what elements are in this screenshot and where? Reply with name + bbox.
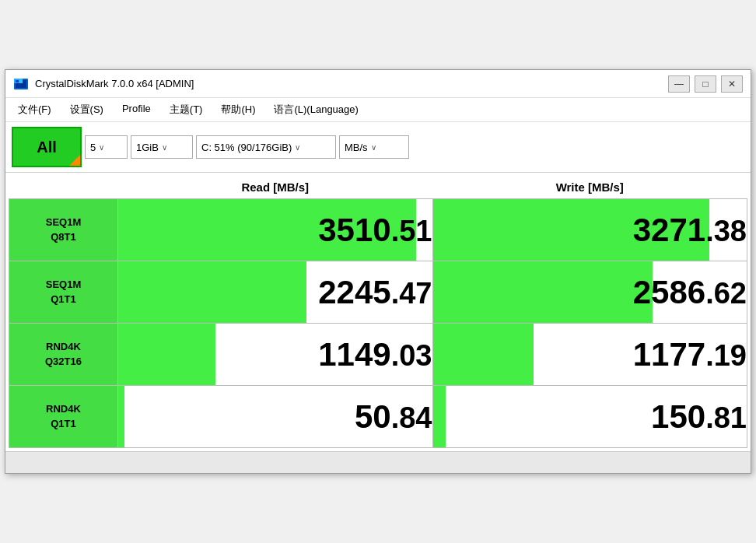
read-value-0: 3510.51	[318, 212, 432, 248]
row-write-3: 150.81	[432, 386, 747, 448]
minimize-button[interactable]: —	[668, 75, 690, 93]
menu-bar: 文件(F) 设置(S) Profile 主题(T) 帮助(H) 语言(L)(La…	[5, 98, 751, 122]
read-value-1: 2245.47	[318, 274, 432, 310]
write-bar-2	[433, 324, 534, 385]
write-bar-3	[433, 386, 446, 447]
title-bar-left: CrystalDiskMark 7.0.0 x64 [ADMIN]	[13, 76, 194, 92]
row-label-1: SEQ1MQ1T1	[9, 261, 118, 324]
row-read-2: 1149.03	[118, 324, 433, 386]
row-label-3: RND4KQ1T1	[9, 386, 118, 448]
read-bar-3	[118, 386, 124, 447]
count-dropdown[interactable]: 5 ∨	[85, 135, 128, 159]
unit-dropdown[interactable]: MB/s ∨	[339, 135, 409, 159]
table-row: SEQ1MQ8T1 3510.51 3271.38	[9, 199, 747, 261]
svg-rect-3	[16, 80, 19, 82]
count-value: 5	[90, 142, 96, 153]
drive-value: C: 51% (90/176GiB)	[201, 142, 292, 153]
menu-file[interactable]: 文件(F)	[9, 100, 61, 120]
all-button[interactable]: All	[12, 127, 82, 167]
drive-chevron: ∨	[295, 143, 300, 152]
table-row: RND4KQ32T16 1149.03 1177.19	[9, 324, 747, 386]
row-write-0: 3271.38	[432, 199, 747, 261]
size-value: 1GiB	[136, 142, 159, 153]
size-chevron: ∨	[162, 143, 167, 152]
size-dropdown[interactable]: 1GiB ∨	[131, 135, 193, 159]
write-value-2: 1177.19	[633, 336, 747, 373]
table-row: RND4KQ1T1 50.84 150.81	[9, 386, 747, 448]
read-value-2: 1149.03	[318, 336, 432, 373]
svg-rect-4	[19, 79, 23, 83]
row-read-0: 3510.51	[118, 199, 433, 261]
toolbar: All 5 ∨ 1GiB ∨ C: 51% (90/176GiB) ∨ MB/s…	[5, 122, 751, 173]
row-label-2: RND4KQ32T16	[9, 324, 118, 386]
row-write-2: 1177.19	[432, 324, 747, 386]
unit-chevron: ∨	[371, 143, 376, 152]
table-row: SEQ1MQ1T1 2245.47 2586.62	[9, 261, 747, 324]
write-value-1: 2586.62	[633, 274, 747, 310]
main-content: Read [MB/s] Write [MB/s] SEQ1MQ8T1 3510.…	[5, 173, 751, 451]
status-bar	[5, 451, 751, 473]
menu-language[interactable]: 语言(L)(Language)	[264, 100, 367, 120]
app-window: CrystalDiskMark 7.0.0 x64 [ADMIN] — □ ✕ …	[5, 69, 751, 474]
menu-profile[interactable]: Profile	[113, 100, 160, 120]
col-header-write: Write [MB/s]	[432, 176, 747, 199]
menu-theme[interactable]: 主题(T)	[160, 100, 212, 120]
read-value-3: 50.84	[355, 398, 432, 435]
maximize-button[interactable]: □	[695, 75, 716, 93]
window-title: CrystalDiskMark 7.0.0 x64 [ADMIN]	[35, 78, 194, 89]
row-label-0: SEQ1MQ8T1	[9, 199, 118, 261]
results-table: Read [MB/s] Write [MB/s] SEQ1MQ8T1 3510.…	[9, 176, 747, 448]
title-bar-controls: — □ ✕	[668, 75, 743, 93]
write-value-3: 150.81	[651, 398, 747, 435]
unit-value: MB/s	[345, 142, 368, 153]
app-icon	[13, 76, 29, 92]
read-bar-1	[118, 261, 306, 323]
count-chevron: ∨	[99, 143, 104, 152]
write-value-0: 3271.38	[633, 212, 747, 248]
col-header-read: Read [MB/s]	[118, 176, 433, 199]
menu-settings[interactable]: 设置(S)	[61, 100, 113, 120]
menu-help[interactable]: 帮助(H)	[212, 100, 264, 120]
row-read-3: 50.84	[118, 386, 433, 448]
row-read-1: 2245.47	[118, 261, 433, 324]
close-button[interactable]: ✕	[721, 75, 743, 93]
drive-dropdown[interactable]: C: 51% (90/176GiB) ∨	[196, 135, 336, 159]
title-bar: CrystalDiskMark 7.0.0 x64 [ADMIN] — □ ✕	[5, 70, 751, 98]
write-bar-1	[433, 261, 653, 323]
row-write-1: 2586.62	[432, 261, 747, 324]
read-bar-2	[118, 324, 215, 385]
